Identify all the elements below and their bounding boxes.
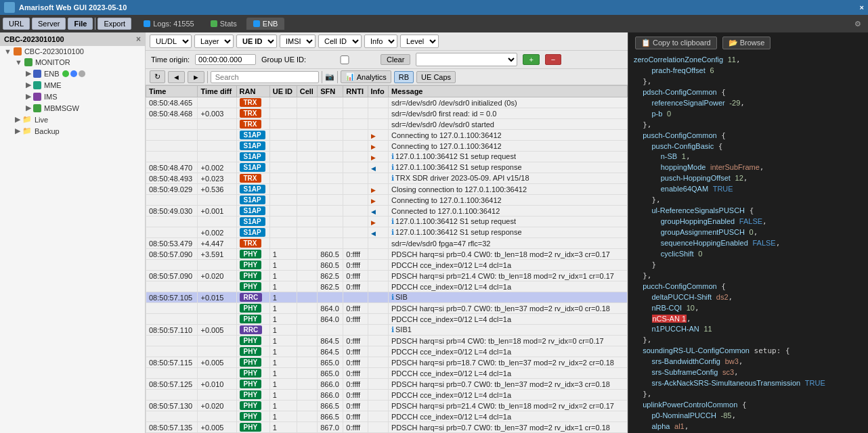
table-row[interactable]: S1AP ▶ ℹ127.0.1.100:36412 S1 setup reque… xyxy=(146,216,628,227)
table-row[interactable]: S1AP ▶ Connecting to 127.0.1.100:36412 xyxy=(146,195,628,206)
table-row[interactable]: S1AP ▶ Connecting to 127.0.1.100:36412 xyxy=(146,141,628,152)
cell-message: ℹ127.0.1.100:36412 S1 setup request xyxy=(389,152,628,162)
add-button[interactable]: + xyxy=(523,54,539,65)
table-row[interactable]: +0.002 S1AP ◀ ℹ127.0.1.100:36412 S1 setu… xyxy=(146,227,628,238)
cell-cell xyxy=(297,97,317,108)
table-row[interactable]: 08:50:57.130 +0.020 PHY 1 866.5 0:ffff P… xyxy=(146,401,628,411)
cell-message: PDSCH harq=si prb=0.4 CW0: tb_len=18 mod… xyxy=(389,249,628,260)
tab-logs[interactable]: Logs: 41555 xyxy=(137,18,201,30)
sidebar-close[interactable]: × xyxy=(136,35,141,44)
table-row[interactable]: PHY 1 865.0 0:ffff PDCCH cce_index=0/12 … xyxy=(146,368,628,379)
time-origin-input[interactable]: 00:00:00.000 xyxy=(195,54,256,65)
filter-ue-id[interactable]: UE ID xyxy=(236,35,277,48)
filter-imsi[interactable]: IMSI xyxy=(280,35,316,48)
refresh-button[interactable]: ↻ xyxy=(150,70,165,83)
table-row[interactable]: PHY 1 864.5 0:ffff PDCCH cce_index=0/12 … xyxy=(146,346,628,357)
table-row[interactable]: 08:50:53.479 +4.447 TRX sdr=/dev/sdr0 fp… xyxy=(146,238,628,249)
filter-dropdown[interactable] xyxy=(416,53,517,66)
cell-info xyxy=(368,325,388,336)
mbmsgw-icon xyxy=(33,104,41,112)
sidebar-item-live[interactable]: ▶ 📁 Live xyxy=(11,114,145,125)
sidebar-sub: ▼ MONITOR ▶ ENB ▶ M xyxy=(0,57,145,137)
cell-diff xyxy=(198,336,236,346)
ran-badge: PHY xyxy=(240,358,262,367)
rb-button[interactable]: RB xyxy=(394,71,414,83)
table-row[interactable]: 08:50:48.470 +0.002 S1AP ◀ ℹ127.0.1.100:… xyxy=(146,162,628,173)
copy-clipboard-button[interactable]: 📋 Copy to clipboard xyxy=(635,37,717,49)
sidebar-item-enb[interactable]: ▶ ENB xyxy=(22,68,145,79)
table-row[interactable]: TRX sdr=/dev/sdr0 /dev/sdr0 started xyxy=(146,119,628,130)
title-close[interactable]: × xyxy=(860,3,864,12)
table-row[interactable]: 08:50:57.090 +0.020 PHY 1 862.5 0:ffff P… xyxy=(146,271,628,281)
analytics-button[interactable]: 📊 Analytics xyxy=(341,70,391,83)
forward-button[interactable]: ► xyxy=(188,71,204,83)
table-row[interactable]: 08:50:57.105 +0.015 RRC 1 ℹSIB xyxy=(146,292,628,303)
table-row[interactable]: 08:50:57.125 +0.010 PHY 1 866.0 0:ffff P… xyxy=(146,379,628,390)
cell-info xyxy=(368,368,388,379)
filter-level[interactable]: Level xyxy=(400,35,439,48)
col-ran: RAN xyxy=(236,86,269,97)
search-input[interactable] xyxy=(211,71,319,83)
mbmsgw-label: MBMSGW xyxy=(44,104,79,112)
table-row[interactable]: PHY 1 866.5 0:ffff PDCCH cce_index=0/12 … xyxy=(146,411,628,422)
table-row[interactable]: PHY 1 864.5 0:ffff PDSCH harq=si prb=4 C… xyxy=(146,336,628,346)
filter-mode[interactable]: UL/DL xyxy=(150,35,192,48)
table-row[interactable]: 08:50:49.029 +0.536 S1AP ▶ Closing conne… xyxy=(146,184,628,195)
cell-ran: S1AP xyxy=(236,195,269,206)
cell-time: 08:50:48.470 xyxy=(146,162,198,173)
table-row[interactable]: 08:50:48.493 +0.023 TRX ℹTRX SDR driver … xyxy=(146,173,628,184)
table-row[interactable]: S1AP ▶ Connecting to 127.0.1.100:36412 xyxy=(146,130,628,141)
filter-info[interactable]: Info xyxy=(364,35,397,48)
ran-badge: PHY xyxy=(240,260,262,269)
table-row[interactable]: PHY 1 862.5 0:ffff PDCCH cce_index=0/12 … xyxy=(146,281,628,292)
cell-ran: PHY xyxy=(236,401,269,411)
group-ue-checkbox[interactable] xyxy=(314,55,375,64)
sidebar-monitor-sub: ▶ ENB ▶ MME ▶ IMS xyxy=(11,68,145,114)
cell-cell xyxy=(297,108,317,119)
cell-diff: +3.591 xyxy=(198,249,236,260)
table-row[interactable]: PHY 1 860.5 0:ffff PDCCH cce_index=0/12 … xyxy=(146,260,628,271)
browse-button[interactable]: 📂 Browse xyxy=(722,37,771,49)
table-row[interactable]: PHY 1 866.0 0:ffff PDCCH cce_index=0/12 … xyxy=(146,390,628,401)
table-row[interactable]: 08:50:57.115 +0.005 PHY 1 865.0 0:ffff P… xyxy=(146,357,628,368)
sidebar-item-monitor[interactable]: ▼ MONITOR xyxy=(11,57,145,68)
cell-ran: PHY xyxy=(236,422,269,433)
clear-button[interactable]: Clear xyxy=(381,54,410,65)
sidebar-item-ims[interactable]: ▶ IMS xyxy=(22,91,145,102)
remove-button[interactable]: − xyxy=(545,54,561,65)
nav-file[interactable]: File xyxy=(68,18,93,30)
cell-time xyxy=(146,119,198,130)
back-button[interactable]: ◄ xyxy=(168,71,185,83)
sidebar-item-mbmsgw[interactable]: ▶ MBMSGW xyxy=(22,102,145,114)
table-row[interactable]: 08:50:57.135 +0.005 PHY 1 867.0 0:ffff P… xyxy=(146,422,628,433)
table-row[interactable]: PHY 1 864.0 0:ffff PDSCH harq=si prb=0.7… xyxy=(146,303,628,314)
cell-message: PDSCH harq=si prb=21.4 CW0: tb_len=18 mo… xyxy=(389,271,628,281)
table-row[interactable]: 08:50:48.468 +0.003 TRX sdr=/dev/sdr0 fi… xyxy=(146,108,628,119)
cell-ueid xyxy=(269,227,297,238)
filter-layer[interactable]: Layer xyxy=(194,35,234,48)
table-row[interactable]: S1AP ▶ ℹ127.0.1.100:36412 S1 setup reque… xyxy=(146,152,628,162)
tab-stats[interactable]: Stats xyxy=(204,18,244,30)
tab-enb[interactable]: ENB xyxy=(246,18,285,30)
cell-cell xyxy=(297,216,317,227)
sidebar-item-root[interactable]: ▼ CBC-2023010100 xyxy=(0,46,145,57)
ran-badge: PHY xyxy=(240,304,262,313)
ue-caps-button[interactable]: UE Caps xyxy=(416,71,456,83)
settings-icon[interactable]: ⚙ xyxy=(854,20,865,28)
sidebar-item-mme[interactable]: ▶ MME xyxy=(22,79,145,91)
table-row[interactable]: 08:50:48.465 TRX sdr=/dev/sdr0 /dev/sdr0… xyxy=(146,97,628,108)
sidebar-item-backup[interactable]: ▶ 📁 Backup xyxy=(11,125,145,137)
cell-info xyxy=(368,108,388,119)
nav-export[interactable]: Export xyxy=(97,18,131,30)
nav-server[interactable]: Server xyxy=(32,18,66,30)
cell-sfn xyxy=(318,108,343,119)
nav-url[interactable]: URL xyxy=(3,18,30,30)
cell-ueid: 1 xyxy=(269,281,297,292)
cell-sfn xyxy=(318,119,343,130)
table-row[interactable]: PHY 1 864.0 0:ffff PDCCH cce_index=0/12 … xyxy=(146,314,628,325)
mme-icon xyxy=(33,81,41,89)
table-row[interactable]: 08:50:57.090 +3.591 PHY 1 860.5 0:ffff P… xyxy=(146,249,628,260)
table-row[interactable]: 08:50:49.030 +0.001 S1AP ◀ Connected to … xyxy=(146,206,628,216)
filter-cell-id[interactable]: Cell ID xyxy=(318,35,362,48)
table-row[interactable]: 08:50:57.110 +0.005 RRC 1 ℹSIB1 xyxy=(146,325,628,336)
